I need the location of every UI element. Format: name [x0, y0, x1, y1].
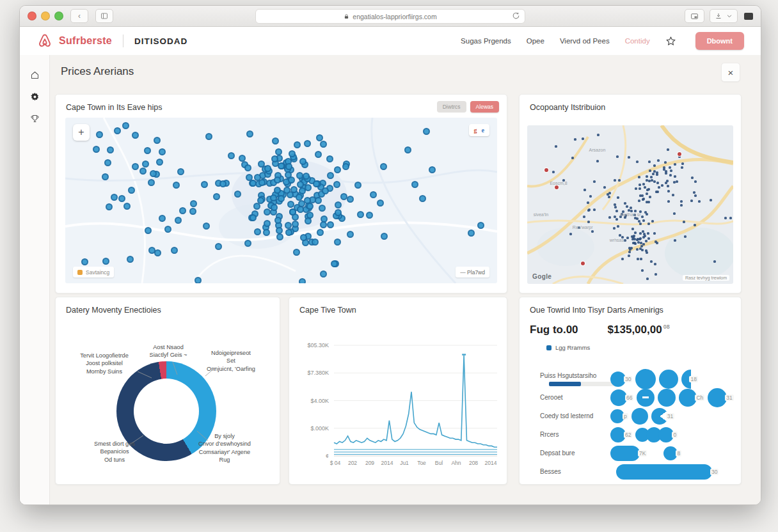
map-dot: [219, 180, 226, 187]
map-dot: [657, 159, 660, 162]
attribution-label: — Pla7wd: [460, 269, 485, 276]
page-content: Prices Arerians × Cape Town in Its Eave …: [20, 55, 761, 505]
map-dot: [274, 176, 281, 184]
map-dot: [347, 231, 354, 238]
map-dot: [608, 196, 610, 198]
map-dot: [673, 212, 676, 215]
map-dot: [128, 187, 135, 194]
sidebar-item-settings[interactable]: [20, 86, 49, 107]
sidebar-toggle-icon[interactable]: [95, 9, 113, 23]
map-dot: [628, 251, 631, 253]
trophy-icon: [30, 114, 40, 123]
tab-overview-button[interactable]: [744, 13, 753, 20]
brand-logo-link[interactable]: Sufrberste DITISODAD: [36, 33, 187, 49]
stat-suffix: 08: [663, 324, 670, 330]
map-dot: [639, 194, 642, 197]
map-dot: [102, 173, 109, 180]
url-text: engatialos-lappriorfiirgs.com: [353, 13, 436, 20]
favorite-star-icon[interactable]: [665, 36, 676, 47]
primary-cta-button[interactable]: Dbownt: [695, 32, 744, 50]
card-map-side: Ocopoanty Itstribuion ArsazonEoscm,8Rea'…: [519, 94, 742, 293]
x-tick-label: 2014: [479, 460, 502, 466]
listings-map-canvas[interactable]: + g e Savtaincg — Pla7wd: [65, 118, 497, 283]
y-tick-label: $7.380K: [297, 370, 329, 376]
nav-item-3[interactable]: Viervd od Pees: [560, 37, 610, 45]
map-dot: [139, 168, 147, 175]
map-dot: [319, 205, 326, 212]
legend-label: Lgg Rramms: [555, 344, 590, 351]
map-dot: [569, 233, 572, 235]
map-dot: [93, 146, 100, 153]
map-dot: [628, 156, 630, 159]
amenity-label: Coedy tsd lesternd: [531, 412, 610, 419]
bubble-c: [708, 388, 727, 407]
map-dot: [327, 221, 334, 228]
minimize-window-button[interactable]: [41, 12, 50, 20]
bubble-pill: [616, 464, 712, 480]
red-marker: [678, 152, 681, 156]
bubble-count: 31: [725, 395, 733, 401]
occupancy-map-canvas[interactable]: ArsazonEoscm,8Rea'warprawrthae srsivea't…: [527, 125, 733, 284]
layer-e-button[interactable]: e: [482, 127, 484, 134]
amenity-row: Depsat bure7K8: [531, 444, 736, 462]
map-dot: [258, 160, 265, 168]
map-dot: [639, 184, 641, 186]
map-dot: [656, 191, 659, 193]
downloads-newtab-button[interactable]: [710, 9, 738, 23]
donut-callout-5: By sjoly Cnvor d'eswhoysind Comsariayr' …: [197, 432, 252, 464]
map-dot: [672, 194, 674, 196]
sidebar-item-home[interactable]: [20, 64, 49, 86]
map-dot: [588, 208, 591, 211]
reload-icon[interactable]: [512, 12, 521, 20]
map-dot: [652, 173, 655, 175]
picture-in-picture-button[interactable]: [685, 9, 704, 23]
map-dot: [317, 229, 324, 236]
bubble-count: 62: [624, 432, 632, 438]
zoom-window-button[interactable]: [54, 12, 63, 20]
map-dot: [213, 193, 220, 200]
map-dot: [194, 277, 202, 283]
nav-item-2[interactable]: Opee: [527, 37, 544, 45]
legend-label: Savtaincg: [86, 269, 109, 276]
bubble-count: 30: [624, 376, 632, 382]
map-dot: [615, 218, 618, 221]
map-dot: [698, 200, 701, 203]
stat-left: Fug to.00: [530, 324, 578, 336]
map-dot: [96, 131, 103, 138]
layer-g-button[interactable]: g: [474, 127, 477, 134]
map-dot: [669, 174, 672, 176]
map-dot: [634, 231, 637, 234]
map-dot: [628, 254, 630, 257]
map-dot: [649, 169, 651, 172]
close-window-button[interactable]: [28, 12, 36, 20]
close-page-button[interactable]: ×: [721, 63, 740, 82]
map-dot: [246, 174, 253, 181]
map-dot-layer: ArsazonEoscm,8Rea'warprawrthae srsivea't…: [527, 125, 733, 284]
map-dot: [690, 199, 693, 202]
map-dot: [694, 224, 696, 226]
map-dot: [144, 147, 151, 154]
card-map-main: Cape Town in Its Eave hips Diwtrcs Alewa…: [55, 94, 507, 293]
map-dot: [642, 198, 645, 200]
map-dot: [617, 196, 619, 199]
address-bar[interactable]: engatialos-lappriorfiirgs.com: [255, 9, 525, 24]
map-dot: [642, 243, 645, 246]
nav-item-4[interactable]: Contidy: [625, 37, 650, 45]
donut-callout-3: Ndoigeipreseot Set Onnjuicnt, 'Oarfing: [207, 349, 255, 373]
nav-item-1[interactable]: Sugas Prgends: [461, 37, 511, 45]
map-dot: [681, 162, 684, 165]
zoom-in-button[interactable]: +: [73, 124, 90, 141]
map-dot: [154, 137, 161, 144]
bubble-count: 8: [676, 450, 681, 457]
map-dot: [316, 134, 323, 141]
amenity-row: Coedy tsd lesterndp31: [531, 407, 736, 425]
map-dot: [628, 209, 630, 212]
districts-toggle-button[interactable]: Diwtrcs: [437, 101, 466, 113]
map-dot: [633, 235, 635, 237]
map-dot: [306, 203, 314, 210]
areas-toggle-button[interactable]: Alewas: [470, 101, 499, 113]
map-dot: [175, 217, 182, 224]
map-dot: [189, 208, 196, 215]
sidebar-item-activity[interactable]: [20, 107, 49, 129]
back-button[interactable]: ‹: [70, 9, 88, 23]
